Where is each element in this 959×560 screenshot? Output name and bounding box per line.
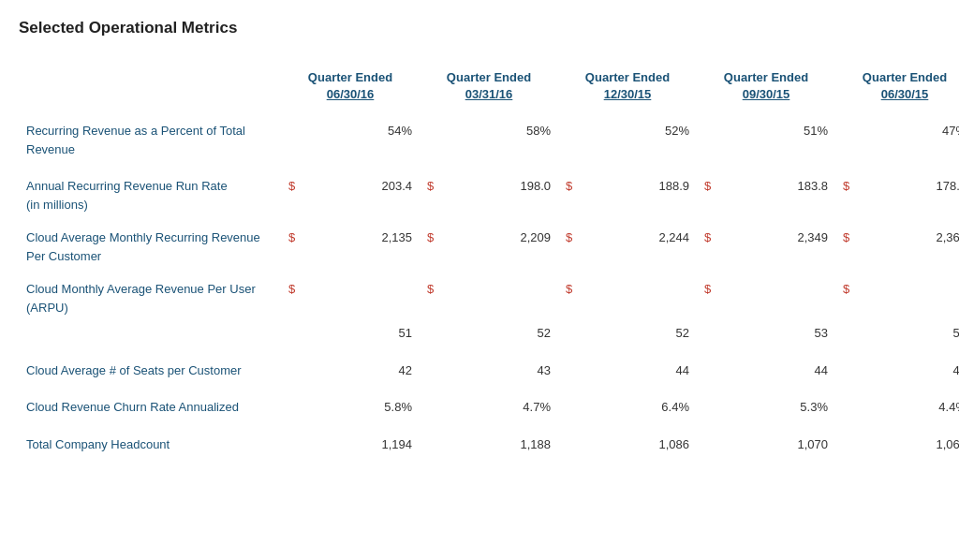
metric-cell-2-0: $2,135 <box>281 225 420 265</box>
table-row: 5152525354 <box>19 320 959 346</box>
dollar-sign-3-3: $ <box>697 276 835 320</box>
metric-label-5: Cloud Revenue Churn Rate Annualized <box>19 394 281 420</box>
metric-value-3-4: 54 <box>835 320 959 346</box>
metric-cell-1-2: $188.9 <box>558 173 697 214</box>
metric-value-5-4: 4.4% <box>835 394 959 420</box>
metric-value-5-2: 6.4% <box>558 394 697 420</box>
metric-label-2: Cloud Average Monthly Recurring RevenueP… <box>19 225 281 265</box>
metric-value-0-0: 54% <box>281 118 420 162</box>
col-header-4: Quarter Ended 09/30/15 <box>697 66 835 107</box>
metric-value-6-3: 1,070 <box>697 432 835 458</box>
dollar-sign-3-1: $ <box>420 276 558 320</box>
metric-value-5-3: 5.3% <box>697 394 835 420</box>
table-row: Cloud Average # of Seats per Customer424… <box>19 358 959 384</box>
metric-value-3-1: 52 <box>420 320 558 346</box>
table-row: Cloud Monthly Average Revenue Per User (… <box>19 276 959 320</box>
metric-value-5-1: 4.7% <box>420 394 558 420</box>
metric-value-3-2: 52 <box>558 320 697 346</box>
metric-cell-1-1: $198.0 <box>420 173 558 214</box>
metric-label-6: Total Company Headcount <box>19 432 281 458</box>
metric-cell-1-4: $178.6 <box>835 173 959 214</box>
dollar-sign-3-0: $ <box>281 276 420 320</box>
metric-label-0: Recurring Revenue as a Percent of Total … <box>19 118 281 162</box>
metric-value-3-3: 53 <box>697 320 835 346</box>
metric-value-6-1: 1,188 <box>420 432 558 458</box>
metric-value-5-0: 5.8% <box>281 394 420 420</box>
metric-value-0-3: 51% <box>697 118 835 162</box>
table-row: Cloud Average Monthly Recurring RevenueP… <box>19 225 959 265</box>
col-header-1: Quarter Ended 06/30/16 <box>281 66 420 107</box>
col-header-3: Quarter Ended 12/30/15 <box>558 66 697 107</box>
dollar-sign-3-4: $ <box>835 276 959 320</box>
metric-value-6-4: 1,063 <box>835 432 959 458</box>
metric-label-1: Annual Recurring Revenue Run Rate(in mil… <box>19 173 281 214</box>
metric-value-3-0: 51 <box>281 320 420 346</box>
metric-value-0-2: 52% <box>558 118 697 162</box>
metric-label-3: Cloud Monthly Average Revenue Per User (… <box>19 276 281 320</box>
metric-cell-1-3: $183.8 <box>697 173 835 214</box>
metric-cell-1-0: $203.4 <box>281 173 420 214</box>
col-header-5: Quarter Ended 06/30/15 <box>835 66 959 107</box>
metric-cell-2-2: $2,244 <box>558 225 697 265</box>
metric-value-0-1: 58% <box>420 118 558 162</box>
metric-cell-2-1: $2,209 <box>420 225 558 265</box>
table-row: Total Company Headcount1,1941,1881,0861,… <box>19 432 959 458</box>
table-row: Annual Recurring Revenue Run Rate(in mil… <box>19 173 959 214</box>
metric-cell-2-4: $2,368 <box>835 225 959 265</box>
metric-value-4-3: 44 <box>697 358 835 384</box>
page-title: Selected Operational Metrics <box>19 19 940 37</box>
table-row: Recurring Revenue as a Percent of Total … <box>19 118 959 162</box>
header-row: Quarter Ended 06/30/16 Quarter Ended 03/… <box>19 66 959 107</box>
metric-value-4-2: 44 <box>558 358 697 384</box>
metric-value-4-4: 44 <box>835 358 959 384</box>
metric-value-4-0: 42 <box>281 358 420 384</box>
col-header-2: Quarter Ended 03/31/16 <box>420 66 558 107</box>
table-row: Cloud Revenue Churn Rate Annualized5.8%4… <box>19 394 959 420</box>
metric-value-6-2: 1,086 <box>558 432 697 458</box>
metric-value-6-0: 1,194 <box>281 432 420 458</box>
metric-value-4-1: 43 <box>420 358 558 384</box>
dollar-sign-3-2: $ <box>558 276 697 320</box>
metric-label-4: Cloud Average # of Seats per Customer <box>19 358 281 384</box>
metric-cell-2-3: $2,349 <box>697 225 835 265</box>
metric-value-0-4: 47% <box>835 118 959 162</box>
